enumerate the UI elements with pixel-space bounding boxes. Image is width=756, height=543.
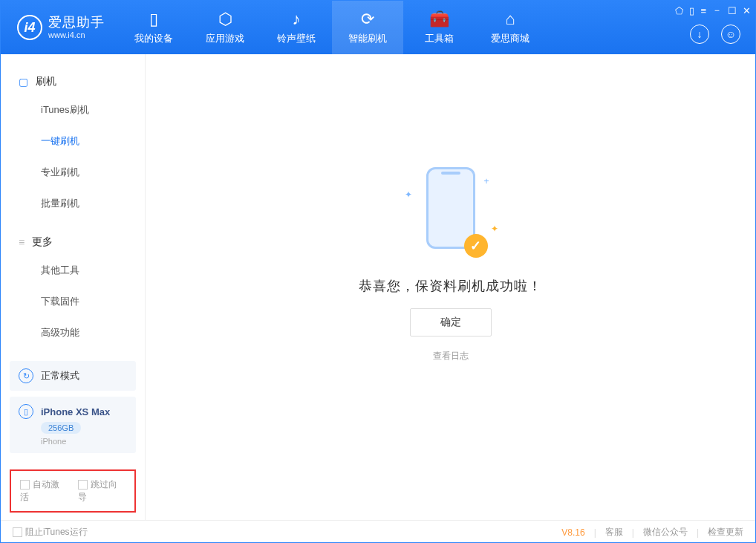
cube-icon: ⬡ — [218, 10, 232, 29]
toolbox-icon: 🧰 — [429, 10, 449, 29]
header-actions: ↓ ☺ — [690, 25, 740, 44]
highlighted-checkbox-row: 自动激活 跳过向导 — [10, 469, 136, 513]
sparkle-icon: ✦ — [405, 189, 412, 200]
store-icon: ⌂ — [505, 10, 515, 29]
ok-button[interactable]: 确定 — [410, 308, 492, 336]
nav-label: 我的设备 — [134, 32, 173, 45]
check-badge-icon: ✓ — [464, 234, 488, 258]
device-name: iPhone XS Max — [41, 406, 110, 417]
phone-outline-icon: ▢ — [19, 76, 28, 88]
mode-label: 正常模式 — [41, 369, 79, 383]
mode-card[interactable]: ↻ 正常模式 — [10, 361, 136, 391]
nav-smart-flash[interactable]: ⟳ 智能刷机 — [332, 1, 403, 54]
nav-label: 工具箱 — [425, 32, 454, 45]
device-outline-icon: ▯ — [19, 404, 33, 419]
sidebar-group-more: ≡ 更多 — [1, 230, 145, 255]
version-label: V8.16 — [561, 527, 584, 538]
app-header: i4 爱思助手 www.i4.cn ▯ 我的设备 ⬡ 应用游戏 ♪ 铃声壁纸 ⟳… — [1, 1, 755, 54]
nav-toolbox[interactable]: 🧰 工具箱 — [403, 1, 475, 54]
app-subtitle: www.i4.cn — [48, 30, 105, 39]
device-type: iPhone — [41, 437, 66, 446]
nav-label: 铃声壁纸 — [277, 32, 316, 45]
menu-icon[interactable]: ≡ — [700, 5, 706, 16]
logo-block: i4 爱思助手 www.i4.cn — [1, 15, 118, 40]
sidebar-item-pro-flash[interactable]: 专业刷机 — [1, 157, 145, 188]
skip-guide-checkbox[interactable]: 跳过向导 — [78, 478, 126, 504]
mode-icon: ↻ — [19, 368, 33, 383]
sidebar-item-batch-flash[interactable]: 批量刷机 — [1, 188, 145, 219]
sidebar-item-advanced[interactable]: 高级功能 — [1, 317, 145, 348]
sidebar-item-download-firmware[interactable]: 下载固件 — [1, 286, 145, 317]
tshirt-icon[interactable]: ⬠ — [675, 5, 683, 16]
auto-activate-checkbox[interactable]: 自动激活 — [20, 478, 68, 504]
sidebar-item-itunes-flash[interactable]: iTunes刷机 — [1, 94, 145, 126]
success-message: 恭喜您，保资料刷机成功啦！ — [359, 277, 542, 295]
group-title: 更多 — [32, 235, 53, 249]
status-bar: 阻止iTunes运行 V8.16 | 客服 | 微信公众号 | 检查更新 — [1, 520, 755, 543]
sparkle-icon: + — [483, 176, 489, 186]
group-title: 刷机 — [36, 75, 56, 88]
nav-label: 爱思商城 — [491, 32, 529, 45]
nav-label: 智能刷机 — [348, 32, 387, 45]
check-update-link[interactable]: 检查更新 — [708, 526, 743, 539]
view-log-link[interactable]: 查看日志 — [433, 350, 469, 362]
customer-service-link[interactable]: 客服 — [605, 526, 623, 539]
refresh-icon: ⟳ — [361, 10, 374, 29]
sidebar-item-other-tools[interactable]: 其他工具 — [1, 255, 145, 286]
window-controls: ⬠ ▯ ≡ － ☐ ✕ — [675, 4, 751, 17]
phone-icon[interactable]: ▯ — [689, 5, 694, 16]
nav-apps-games[interactable]: ⬡ 应用游戏 — [189, 1, 261, 54]
device-card[interactable]: ▯ iPhone XS Max 256GB iPhone — [10, 397, 136, 453]
main-content: ✦ + ✦ ✓ 恭喜您，保资料刷机成功啦！ 确定 查看日志 — [146, 54, 755, 520]
nav-store[interactable]: ⌂ 爱思商城 — [475, 1, 546, 54]
nav-label: 应用游戏 — [206, 32, 244, 45]
wechat-link[interactable]: 微信公众号 — [643, 526, 688, 539]
list-icon: ≡ — [19, 236, 25, 248]
storage-badge: 256GB — [41, 422, 81, 434]
nav-ringtone-wallpaper[interactable]: ♪ 铃声壁纸 — [261, 1, 332, 54]
close-button[interactable]: ✕ — [743, 5, 751, 16]
sidebar-item-oneclick-flash[interactable]: 一键刷机 — [1, 126, 145, 157]
minimize-button[interactable]: － — [712, 4, 722, 17]
device-icon: ▯ — [149, 10, 158, 29]
success-illustration: ✦ + ✦ ✓ — [399, 167, 503, 264]
user-button[interactable]: ☺ — [721, 25, 740, 44]
download-button[interactable]: ↓ — [690, 25, 709, 44]
sidebar: ▢ 刷机 iTunes刷机 一键刷机 专业刷机 批量刷机 ≡ 更多 其他工具 下… — [1, 54, 146, 520]
maximize-button[interactable]: ☐ — [728, 5, 737, 16]
block-itunes-checkbox[interactable]: 阻止iTunes运行 — [13, 526, 88, 539]
app-title: 爱思助手 — [48, 16, 105, 30]
main-nav: ▯ 我的设备 ⬡ 应用游戏 ♪ 铃声壁纸 ⟳ 智能刷机 🧰 工具箱 ⌂ 爱思商城 — [118, 1, 546, 54]
sidebar-group-flash: ▢ 刷机 — [1, 69, 145, 94]
music-icon: ♪ — [293, 10, 301, 29]
app-logo-icon: i4 — [17, 15, 42, 40]
nav-my-device[interactable]: ▯ 我的设备 — [118, 1, 189, 54]
sparkle-icon: ✦ — [491, 224, 498, 234]
